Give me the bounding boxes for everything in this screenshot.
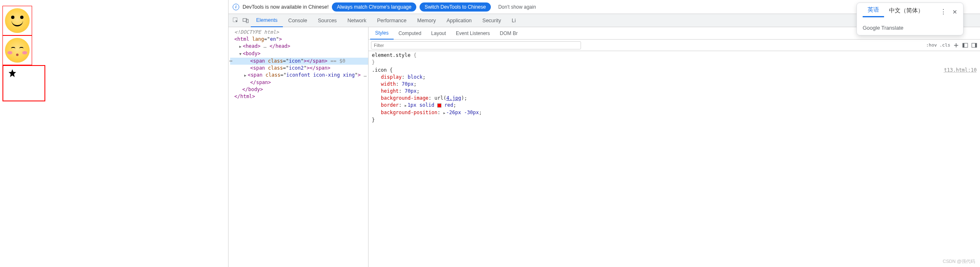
- tab-memory[interactable]: Memory: [412, 14, 441, 27]
- cls-toggle[interactable]: .cls: [940, 42, 951, 48]
- rendered-page: [0, 0, 228, 267]
- info-icon: i: [233, 4, 239, 10]
- styles-filter-bar: :hov .cls: [369, 40, 980, 51]
- tab-more-truncated[interactable]: Li: [506, 14, 521, 27]
- rule-source-link[interactable]: t13.html:10: [944, 67, 977, 74]
- css-rules[interactable]: element.style { } t13.html:10 .icon { di…: [369, 51, 980, 125]
- icon-sprite-3: [2, 65, 45, 101]
- translate-brand: Google Translate: [857, 21, 963, 32]
- translate-popup: 英语 中文（简体） ⋮ ✕ Google Translate: [856, 2, 964, 35]
- icon-sprite-1: [2, 6, 32, 35]
- element-style-selector[interactable]: element.style: [372, 52, 411, 58]
- html-close-tag[interactable]: </html>: [230, 93, 368, 100]
- hov-toggle[interactable]: :hov: [926, 42, 937, 48]
- tab-application[interactable]: Application: [441, 14, 477, 27]
- body-close-tag[interactable]: </body>: [230, 86, 368, 93]
- subtab-event-listeners[interactable]: Event Listeners: [451, 28, 495, 39]
- translate-lang-english[interactable]: 英语: [863, 6, 884, 17]
- html-open-tag[interactable]: <html lang="en">: [230, 36, 368, 43]
- span-close-tag[interactable]: </span>: [230, 79, 368, 86]
- always-match-language-button[interactable]: Always match Chrome's language: [332, 2, 416, 12]
- subtab-layout[interactable]: Layout: [426, 28, 451, 39]
- smiley-face-icon: [5, 8, 30, 33]
- subtab-dom-breakpoints[interactable]: DOM Br: [495, 28, 523, 39]
- dont-show-again-button[interactable]: Don't show again: [494, 2, 540, 12]
- tab-security[interactable]: Security: [477, 14, 506, 27]
- devtools-panel: i DevTools is now available in Chinese! …: [228, 0, 980, 267]
- body-open-tag[interactable]: <body>: [230, 50, 368, 58]
- selected-node-span-icon[interactable]: <span class="icon"></span> == $0: [230, 58, 368, 65]
- translate-lang-chinese[interactable]: 中文（简体）: [884, 7, 929, 17]
- rule-selector[interactable]: .icon: [372, 67, 387, 73]
- new-rule-icon[interactable]: [953, 42, 959, 49]
- decl-display[interactable]: display: block;: [372, 74, 977, 81]
- device-toolbar-icon[interactable]: [241, 17, 251, 24]
- subtab-styles[interactable]: Styles: [370, 27, 394, 40]
- svg-rect-4: [963, 43, 964, 47]
- doctype-line: <!DOCTYPE html>: [230, 29, 368, 36]
- dom-tree[interactable]: <!DOCTYPE html> <html lang="en"> <head> …: [229, 27, 369, 267]
- star-icon: [7, 68, 18, 79]
- switch-devtools-language-button[interactable]: Switch DevTools to Chinese: [420, 2, 491, 12]
- decl-width[interactable]: width: 70px;: [372, 81, 977, 88]
- inspect-element-icon[interactable]: [231, 17, 241, 24]
- decl-border[interactable]: border: 1px solid red;: [372, 102, 977, 109]
- dock-side-icon[interactable]: [971, 42, 978, 49]
- icon-sprite-2: [2, 35, 32, 65]
- head-tag[interactable]: <head> … </head>: [230, 43, 368, 50]
- blush-face-icon: [5, 38, 30, 63]
- node-span-iconfont[interactable]: <span class="iconfont icon-xing xing"> …: [230, 72, 368, 79]
- decl-background-position[interactable]: background-position: -26px -30px;: [372, 109, 977, 117]
- node-span-icon2[interactable]: <span class="icon2"></span>: [230, 65, 368, 72]
- styles-filter-input[interactable]: [371, 41, 581, 49]
- tab-console[interactable]: Console: [283, 14, 313, 27]
- svg-rect-6: [975, 43, 977, 47]
- tab-network[interactable]: Network: [342, 14, 372, 27]
- tab-performance[interactable]: Performance: [372, 14, 412, 27]
- csdn-watermark: CSDN @强代码: [943, 258, 975, 265]
- infobar-message: DevTools is now available in Chinese!: [243, 4, 329, 10]
- tab-elements[interactable]: Elements: [251, 14, 283, 27]
- subtab-computed[interactable]: Computed: [394, 28, 426, 39]
- translate-menu-icon[interactable]: ⋮: [940, 8, 947, 16]
- styles-pane: Styles Computed Layout Event Listeners D…: [369, 27, 980, 267]
- decl-background-image[interactable]: background-image: url(4.jpg);: [372, 95, 977, 102]
- decl-height[interactable]: height: 70px;: [372, 88, 977, 95]
- color-swatch-icon[interactable]: [437, 103, 441, 108]
- computed-sidebar-icon[interactable]: [962, 42, 968, 49]
- translate-close-icon[interactable]: ✕: [952, 9, 957, 15]
- tab-sources[interactable]: Sources: [313, 14, 342, 27]
